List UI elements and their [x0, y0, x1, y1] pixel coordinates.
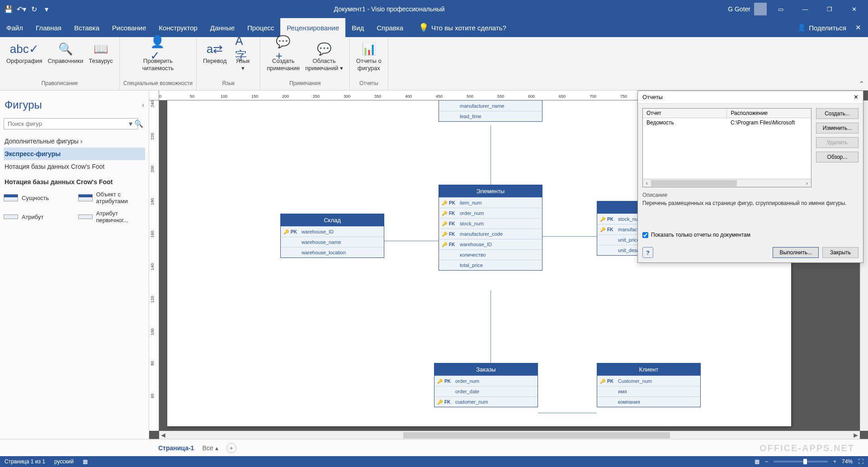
tab-help[interactable]: Справка — [370, 18, 410, 37]
search-dropdown-icon[interactable]: ▾ — [129, 119, 132, 128]
close-pane-icon[interactable]: ✕ — [855, 24, 861, 32]
share-button[interactable]: 👤 Поделиться — [797, 24, 846, 32]
entity-elements[interactable]: Элементы 🔑PKitem_num 🔑FKorder_num 🔑FKsto… — [439, 185, 542, 271]
scroll-right-icon[interactable]: ► — [852, 431, 860, 439]
tell-me-search[interactable]: 💡 Что вы хотите сделать? — [419, 23, 506, 33]
reports-table[interactable]: Отчет Расположение Ведомость C:\Program … — [642, 108, 811, 187]
add-page-button[interactable]: + — [226, 443, 236, 453]
tab-design[interactable]: Конструктор — [152, 18, 204, 37]
fit-page-icon[interactable]: ⛶ — [858, 458, 863, 465]
entity-orders[interactable]: Заказы 🔑PKorder_num order_date 🔑FKcustom… — [434, 363, 538, 407]
shape-attribute[interactable]: Атрибут — [4, 208, 71, 225]
scroll-thumb[interactable] — [651, 180, 737, 186]
comments-pane-button[interactable]: 💬Область примечаний ▾ — [302, 39, 346, 73]
crowsfoot-link[interactable]: Нотация базы данных Crow's Foot — [4, 160, 145, 173]
undo-icon[interactable]: ↶▾ — [17, 5, 25, 13]
check-accessibility-button[interactable]: 👤✓Проверить читаемость — [139, 39, 176, 73]
shape-entity-attr[interactable]: Объект с атрибутами — [78, 189, 146, 206]
spelling-icon: abc✓ — [17, 41, 32, 57]
table-row[interactable]: Ведомость C:\Program Files\Microsoft — [643, 118, 811, 127]
translate-button[interactable]: a⇄Перевод — [200, 39, 229, 67]
group-language: a⇄Перевод A字Язык▾ Язык — [197, 37, 260, 90]
collapse-panel-icon[interactable]: ‹ — [142, 101, 144, 109]
help-icon[interactable]: ? — [642, 247, 653, 258]
dialog-close-icon[interactable]: ✕ — [854, 94, 859, 100]
avatar[interactable] — [754, 3, 767, 15]
zoom-slider[interactable] — [774, 461, 828, 462]
modify-button[interactable]: Изменить... — [816, 123, 859, 133]
page-tab-1[interactable]: Страница-1 — [158, 444, 194, 452]
connector[interactable] — [538, 413, 597, 413]
scroll-left-icon[interactable]: ‹ — [643, 179, 651, 187]
reports-table-scrollbar[interactable]: ‹ › — [643, 179, 811, 187]
tab-file[interactable]: Файл — [0, 18, 29, 37]
entity-warehouse[interactable]: Склад 🔑PKwarehouse_ID warehouse_name war… — [280, 214, 384, 258]
tab-draw[interactable]: Рисование — [106, 18, 153, 37]
tab-review[interactable]: Рецензирование — [280, 18, 345, 37]
shapes-panel: Фигуры ‹ ▾ 🔍 Дополнительные фигуры › Экс… — [0, 91, 149, 439]
shape-reports-button[interactable]: 📊Отчеты о фигурах — [354, 39, 384, 73]
entity-manufacturer[interactable]: manufacturer_name lead_time — [439, 100, 542, 122]
research-button[interactable]: 🔍Справочники — [45, 39, 86, 67]
ribbon-content: abc✓Орфография 🔍Справочники 📖Тезаурус Пр… — [0, 37, 868, 91]
chevron-up-icon: ▴ — [215, 444, 218, 452]
connector[interactable] — [542, 236, 597, 237]
shape-pk-attribute[interactable]: Атрибут первичног... — [78, 208, 146, 225]
watermark: OFFICE-APPS.NET — [760, 443, 854, 453]
tab-view[interactable]: Вид — [345, 18, 370, 37]
tab-insert[interactable]: Вставка — [68, 18, 106, 37]
entity-header: Заказы — [434, 363, 538, 376]
scroll-right-icon[interactable]: › — [803, 179, 811, 187]
new-comment-button[interactable]: 💬+Создать примечание — [264, 39, 302, 73]
thesaurus-icon: 📖 — [93, 41, 108, 57]
language-indicator[interactable]: русский — [54, 458, 74, 465]
reports-icon: 📊 — [361, 41, 377, 57]
maximize-button[interactable]: ❐ — [819, 0, 840, 18]
ribbon-display-icon[interactable]: ▭ — [770, 0, 791, 18]
create-button[interactable]: Создать... — [816, 108, 859, 119]
entity-client[interactable]: Клиент 🔑PKCustomer_num имя компания — [597, 363, 701, 407]
group-accessibility: 👤✓Проверить читаемость Специальные возмо… — [120, 37, 197, 90]
close-dialog-button[interactable]: Закрыть — [822, 247, 859, 258]
doc-reports-only-checkbox[interactable] — [642, 232, 648, 238]
shapes-search-input[interactable] — [4, 118, 138, 129]
language-button[interactable]: A字Язык▾ — [229, 39, 256, 73]
entity-header: Клиент — [597, 363, 700, 376]
more-shapes-link[interactable]: Дополнительные фигуры › — [4, 135, 145, 148]
close-button[interactable]: ✕ — [844, 0, 864, 18]
all-pages-button[interactable]: Все ▴ — [202, 444, 218, 452]
tab-home[interactable]: Главная — [29, 18, 68, 37]
minimize-button[interactable]: — — [795, 0, 816, 18]
redo-icon[interactable]: ↻ — [30, 5, 38, 13]
window-title: Документ1 - Visio профессиональный — [51, 5, 728, 13]
thesaurus-button[interactable]: 📖Тезаурус — [86, 39, 116, 67]
connector[interactable] — [384, 241, 439, 241]
translate-icon: a⇄ — [207, 41, 222, 57]
connector[interactable] — [491, 126, 491, 185]
bulb-icon: 💡 — [419, 23, 429, 33]
zoom-in-icon[interactable]: + — [833, 458, 836, 465]
run-button[interactable]: Выполнить... — [773, 247, 819, 258]
search-button[interactable]: 🔍 — [132, 118, 145, 129]
statusbar: Страница 1 из 1 русский ▦ ▦ − + 74% ⛶ — [0, 456, 868, 467]
presentation-mode-icon[interactable]: ▦ — [755, 458, 760, 465]
page-indicator[interactable]: Страница 1 из 1 — [5, 458, 45, 465]
browse-button[interactable]: Обзор... — [816, 152, 859, 162]
zoom-value[interactable]: 74% — [842, 458, 853, 465]
spelling-button[interactable]: abc✓Орфография — [4, 39, 45, 67]
macro-recorder-icon[interactable]: ▦ — [83, 458, 88, 465]
scroll-thumb[interactable] — [403, 432, 670, 438]
group-comments: 💬+Создать примечание 💬Область примечаний… — [260, 37, 350, 90]
dialog-title: Отчеты — [642, 94, 663, 100]
language-icon: A字 — [235, 41, 250, 57]
scroll-left-icon[interactable]: ◄ — [159, 431, 167, 439]
zoom-out-icon[interactable]: − — [765, 458, 768, 465]
save-icon[interactable]: 💾 — [5, 5, 13, 13]
research-icon: 🔍 — [58, 41, 73, 57]
connector[interactable] — [491, 291, 491, 363]
qat-dropdown-icon[interactable]: ▾ — [42, 5, 51, 13]
collapse-ribbon-icon[interactable]: ⌃ — [859, 80, 864, 88]
scrollbar-horizontal[interactable]: ◄ ► — [159, 431, 860, 439]
express-shapes-link[interactable]: Экспресс-фигуры — [4, 148, 145, 160]
shape-entity[interactable]: Сущность — [4, 189, 71, 206]
